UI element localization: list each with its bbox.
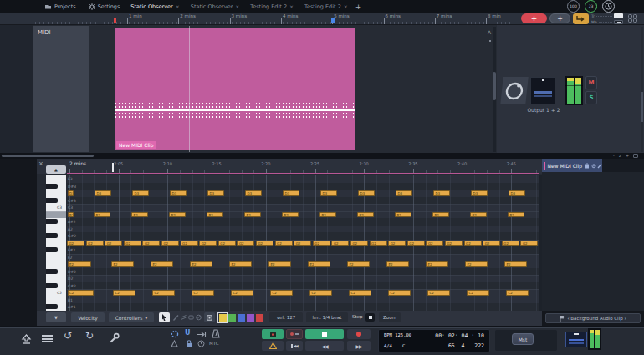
track-header[interactable]: MIDI [33,26,89,152]
timecode-readout[interactable]: 00: 02: 04 : 10 [435,332,484,339]
redo-button[interactable]: ↻ [85,330,94,342]
midi-note[interactable]: E2 [308,261,330,267]
midi-note[interactable]: E2 [347,261,370,267]
background-clip-button[interactable]: ‹ Background Audio Clip › [545,313,641,323]
midi-note[interactable]: G2 [256,241,273,246]
midi-note[interactable]: B2 [508,212,524,218]
midi-note[interactable]: G2 [502,241,519,246]
midi-note[interactable]: D3 [433,190,450,196]
clip-start-marker[interactable] [114,18,116,23]
color-swatch[interactable] [238,314,245,322]
midi-note[interactable]: B2 [68,212,74,218]
note-options-button[interactable] [204,312,215,322]
midi-note[interactable]: C2 [152,290,175,296]
velocity-button[interactable]: Velocity [71,312,105,322]
midi-note[interactable]: G2 [86,241,104,246]
line-tool-button[interactable] [180,313,187,322]
stop-button[interactable] [305,329,344,339]
midi-note[interactable]: B2 [131,212,148,218]
midi-note[interactable]: D3 [68,190,74,196]
velocity-value-button[interactable]: vel: 127 [269,312,303,322]
midi-note[interactable]: E2 [465,261,488,267]
mute-button[interactable]: M [585,76,597,89]
settings-wrench-button[interactable] [108,332,120,343]
zoom-fit-icon[interactable] [633,154,638,158]
midi-note[interactable]: G2 [124,241,141,246]
metronome-toggle[interactable] [211,329,220,339]
select-tool-button[interactable] [159,312,170,322]
master-mini-chip[interactable] [614,20,623,25]
black-key[interactable] [46,269,58,274]
black-key[interactable] [46,283,58,288]
midi-note[interactable]: G2 [370,241,387,246]
midi-note[interactable]: D3 [170,190,187,196]
midi-note[interactable]: G2 [67,241,84,246]
midi-note[interactable]: C2 [68,290,94,296]
pencil-tool-button[interactable] [172,313,179,322]
midi-note[interactable]: B2 [207,212,223,218]
lock-icon[interactable] [585,163,590,169]
black-key[interactable] [46,247,58,252]
tracks-mini-strip[interactable]: Tr [591,13,623,19]
midi-note[interactable]: E2 [426,261,448,267]
return-to-start-button[interactable]: ◀◀ [286,341,303,351]
mtc-toggle[interactable]: MTC [209,341,219,346]
clip-name-label[interactable]: New MIDI Clip [116,141,156,149]
midi-note[interactable]: G2 [520,241,538,246]
zoom-button[interactable]: Zoom [379,312,401,322]
eye-icon[interactable] [591,163,596,169]
midi-note[interactable]: G2 [199,241,217,246]
pianoroll-playhead[interactable] [112,163,114,172]
pan-knob[interactable] [500,77,528,104]
midi-note[interactable]: C2 [427,290,450,296]
midi-note[interactable]: G2 [218,241,236,246]
record-arm-button[interactable] [262,329,284,339]
black-key[interactable] [46,219,58,224]
midi-note[interactable]: G2 [313,241,330,246]
midi-note[interactable]: C2 [349,290,371,296]
midi-note[interactable]: B2 [94,212,110,218]
midi-note[interactable]: G2 [237,241,254,246]
color-swatch[interactable] [228,314,236,322]
midi-note[interactable]: G2 [331,241,349,246]
warning-button[interactable] [262,341,284,351]
midi-note[interactable]: D3 [283,190,299,196]
midi-note[interactable]: B2 [244,212,261,218]
midi-note[interactable]: G2 [161,241,179,246]
piano-keyboard[interactable]: C3C2 [46,175,66,311]
midi-note[interactable]: B2 [169,212,186,218]
mute-tool-button[interactable] [195,313,202,322]
midi-note[interactable]: D3 [471,190,488,196]
zoom-out-button[interactable]: - [613,153,615,158]
midi-note[interactable]: E2 [68,261,91,267]
hscroll-handle[interactable] [2,155,94,157]
position-readout[interactable]: 65. 4 . 222 [448,342,484,349]
record-button[interactable] [347,329,371,339]
midi-note[interactable]: C2 [467,290,489,296]
color-swatch[interactable] [256,314,263,322]
timesig-readout[interactable]: 4/4 [384,343,392,348]
midi-note[interactable]: B2 [395,212,411,218]
timer-toggle[interactable] [197,340,205,348]
color-swatch[interactable] [247,314,254,322]
rewind-button[interactable]: ◀◀ [305,341,344,351]
midi-note[interactable]: C2 [309,290,332,296]
undo-button[interactable]: ↺ [64,330,72,342]
midi-note[interactable]: B2 [282,212,299,218]
midi-note[interactable]: C2 [506,290,529,296]
note-length-button[interactable]: len: 1/4 beat [306,312,348,322]
midi-note[interactable]: D3 [95,190,111,196]
midi-note[interactable]: G2 [445,241,463,246]
black-key[interactable] [46,184,58,189]
midi-note[interactable]: D3 [509,190,525,196]
midi-note[interactable]: B2 [470,212,487,218]
fast-forward-button[interactable]: ▶▶ [347,341,371,351]
scroll-handle[interactable] [493,72,496,100]
clip-tab[interactable]: New MIDI Clip [542,159,602,172]
menu-button[interactable] [42,334,53,343]
volume-fader[interactable] [530,77,555,104]
lock-toggle[interactable] [185,340,193,348]
midi-note[interactable]: E2 [386,261,409,267]
punch-record-button[interactable] [286,329,303,339]
midi-note[interactable]: G2 [181,241,198,246]
